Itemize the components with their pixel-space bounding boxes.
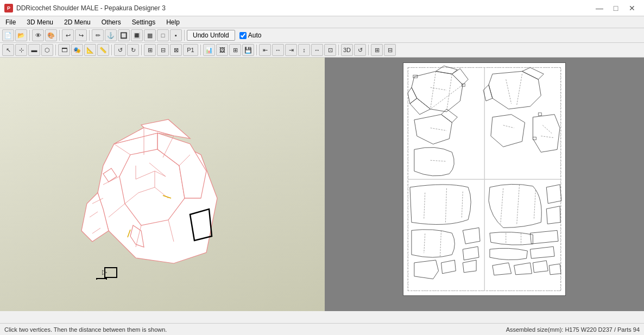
separator-1 [29, 30, 30, 41]
tool-3[interactable]: 🔲 [118, 29, 130, 41]
redo2[interactable]: ↻ [127, 44, 139, 56]
status-right: Assembled size(mm): H175 W220 D237 / Par… [506, 326, 640, 333]
separator-7 [141, 45, 142, 55]
minimize-button[interactable]: — [592, 3, 607, 14]
menu-bar: File 3D Menu 2D Menu Others Settings Hel… [0, 16, 644, 28]
close-button[interactable]: ✕ [624, 3, 640, 14]
align-left[interactable]: ⇤ [259, 44, 271, 56]
vertex-tool[interactable]: ⊹ [15, 44, 27, 56]
center[interactable]: ⊡ [324, 44, 336, 56]
menu-3d[interactable]: 3D Menu [21, 16, 59, 28]
undo2[interactable]: ↺ [114, 44, 126, 56]
separator-3 [89, 30, 90, 41]
status-bar: Click two vertices. Then the distance be… [0, 323, 644, 335]
toolbar-row-1: 📄 📂 👁 🎨 ↩ ↪ ✏ ⚓ 🔲 🔳 ▦ □ ▪ Undo Unfold Au… [0, 28, 644, 43]
snap-2[interactable]: ⊟ [157, 44, 169, 56]
snap-3[interactable]: ⊠ [170, 44, 182, 56]
rotate-3d[interactable]: ↺ [354, 44, 366, 56]
page-num[interactable]: P1 [183, 44, 198, 56]
menu-2d[interactable]: 2D Menu [59, 16, 96, 28]
paper-pattern-svg [403, 63, 565, 295]
svg-rect-52 [538, 112, 541, 115]
auto-label-text: Auto [248, 31, 262, 39]
separator-9 [256, 45, 257, 55]
view-toggle-2[interactable]: 🎨 [45, 29, 57, 41]
align-right[interactable]: ⇥ [285, 44, 297, 56]
svg-line-42 [431, 87, 447, 90]
show-tex[interactable]: 🎭 [71, 44, 83, 56]
model-3d-svg: ▷ ◁ [49, 90, 255, 280]
redo-button[interactable]: ↪ [75, 29, 87, 41]
menu-file[interactable]: File [0, 16, 21, 28]
separator-11 [368, 45, 369, 55]
tool-4[interactable]: 🔳 [131, 29, 143, 41]
show-3d[interactable]: 🗖 [58, 44, 70, 56]
menu-settings[interactable]: Settings [127, 16, 161, 28]
edge-tool[interactable]: ▬ [28, 44, 40, 56]
chart-btn[interactable]: 📊 [203, 44, 215, 56]
distribute-h[interactable]: ↔ [311, 44, 323, 56]
separator-8 [200, 45, 201, 55]
separator-5 [55, 45, 56, 55]
separator-10 [338, 45, 339, 55]
svg-line-39 [431, 71, 436, 109]
distribute-v[interactable]: ↕ [298, 44, 310, 56]
svg-line-57 [424, 233, 425, 253]
svg-line-61 [534, 189, 535, 219]
svg-line-50 [542, 125, 552, 133]
view-3d[interactable]: ▷ ◁ [0, 58, 325, 311]
snap-1[interactable]: ⊞ [144, 44, 156, 56]
separator-4 [184, 30, 185, 41]
paper-sheet [403, 62, 566, 296]
new-button[interactable]: 📄 [2, 29, 14, 41]
svg-line-43 [431, 128, 447, 130]
toolbar-row-2: ↖ ⊹ ▬ ⬡ 🗖 🎭 📐 📏 ↺ ↻ ⊞ ⊟ ⊠ P1 📊 🖼 ⊞ 💾 ⇤ ↔… [0, 43, 644, 58]
separator-2 [59, 30, 60, 41]
grid-2[interactable]: ⊟ [384, 44, 396, 56]
title-bar-left: P DDRicochet Shoulder MALE - Pepakura De… [4, 4, 166, 12]
svg-line-49 [503, 125, 514, 128]
undo-button[interactable]: ↩ [62, 29, 74, 41]
layers-btn[interactable]: ⊞ [229, 44, 241, 56]
separator-6 [111, 45, 112, 55]
svg-line-41 [431, 85, 463, 109]
svg-line-54 [424, 192, 425, 218]
face-tool[interactable]: ⬡ [41, 44, 53, 56]
scale-3d[interactable]: 3D [341, 44, 353, 56]
svg-line-60 [517, 184, 520, 224]
tool-1[interactable]: ✏ [92, 29, 104, 41]
grid-1[interactable]: ⊞ [371, 44, 383, 56]
open-button[interactable]: 📂 [15, 29, 27, 41]
save-img[interactable]: 💾 [242, 44, 254, 56]
show-fold[interactable]: 📏 [97, 44, 109, 56]
auto-label-group: Auto [239, 31, 262, 39]
tool-2[interactable]: ⚓ [105, 29, 117, 41]
auto-checkbox[interactable] [239, 32, 247, 39]
menu-others[interactable]: Others [96, 16, 127, 28]
svg-line-55 [445, 188, 446, 222]
svg-line-47 [506, 79, 512, 104]
view-toggle-1[interactable]: 👁 [32, 29, 44, 41]
undo-unfold-button[interactable]: Undo Unfold [187, 30, 235, 41]
img-btn[interactable]: 🖼 [216, 44, 228, 56]
svg-line-51 [541, 136, 553, 137]
window-controls[interactable]: — □ ✕ [592, 3, 640, 14]
svg-line-44 [431, 160, 447, 161]
status-left: Click two vertices. Then the distance be… [4, 326, 167, 333]
select-tool[interactable]: ↖ [2, 44, 14, 56]
align-center[interactable]: ↔ [272, 44, 284, 56]
tool-6[interactable]: □ [157, 29, 169, 41]
svg-line-59 [501, 188, 503, 224]
view-2d[interactable] [325, 58, 644, 311]
menu-help[interactable]: Help [161, 16, 185, 28]
svg-line-48 [517, 74, 522, 105]
tool-5[interactable]: ▦ [144, 29, 156, 41]
svg-line-58 [440, 230, 441, 256]
show-edge[interactable]: 📐 [84, 44, 96, 56]
window-title: DDRicochet Shoulder MALE - Pepakura Desi… [16, 4, 166, 12]
maximize-button[interactable]: □ [608, 3, 623, 14]
main-area: ▷ ◁ [0, 58, 644, 311]
title-bar: P DDRicochet Shoulder MALE - Pepakura De… [0, 0, 644, 16]
svg-text:▷: ▷ [102, 268, 108, 276]
tool-7[interactable]: ▪ [170, 29, 182, 41]
